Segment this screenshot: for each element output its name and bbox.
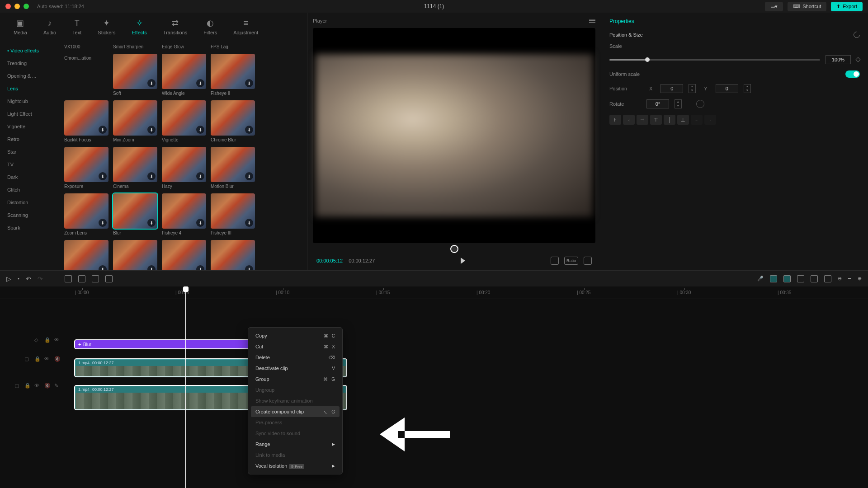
x-stepper[interactable]: ▴▾ [689, 84, 696, 93]
split-icon[interactable] [65, 275, 72, 282]
download-icon[interactable]: ⬇ [245, 172, 253, 180]
menu-cut[interactable]: Cut⌘X [251, 341, 340, 352]
uniform-scale-toggle[interactable] [845, 70, 860, 78]
tab-audio[interactable]: ♪Audio [35, 17, 64, 37]
rotate-stepper[interactable]: ▴▾ [675, 99, 682, 108]
effect-chrome-blur[interactable]: ⬇Chrome Blur [211, 100, 255, 142]
download-icon[interactable]: ⬇ [196, 265, 204, 270]
zoom-fit-icon[interactable]: ⊕ [858, 276, 862, 282]
y-stepper[interactable]: ▴▾ [744, 84, 751, 93]
download-icon[interactable]: ⬇ [99, 172, 107, 180]
effect-hazy[interactable]: ⬇Hazy [162, 147, 206, 189]
track-visibility-icon[interactable]: 👁 [34, 383, 41, 389]
menu-copy[interactable]: Copy⌘C [251, 330, 340, 341]
tool-icon-1[interactable] [811, 275, 818, 282]
reset-icon[interactable] [852, 30, 861, 39]
menu-create-compound[interactable]: Create compound clip⌥G [251, 406, 340, 417]
layout-button[interactable]: ▭▾ [765, 2, 783, 11]
category-vignette[interactable]: Vignette [0, 120, 59, 133]
selection-tool-icon[interactable]: ▷ [6, 275, 11, 282]
effect-fisheye-ii[interactable]: ⬇Fisheye II [211, 54, 255, 96]
download-icon[interactable]: ⬇ [147, 126, 156, 134]
download-icon[interactable]: ⬇ [196, 79, 204, 87]
keyframe-icon[interactable] [855, 57, 860, 62]
category-scanning[interactable]: Scanning [0, 209, 59, 221]
tab-filters[interactable]: ◐Filters [195, 16, 225, 37]
download-icon[interactable]: ⬇ [99, 219, 107, 227]
menu-range[interactable]: Range▶ [251, 439, 340, 450]
position-x-input[interactable]: 0 [660, 84, 683, 93]
tab-transitions[interactable]: ⇄Transitions [155, 16, 195, 37]
tool-dropdown-icon[interactable]: ▾ [18, 277, 19, 281]
transform-handle-icon[interactable] [450, 245, 458, 253]
redo-icon[interactable]: ↷ [38, 275, 43, 282]
category-lens[interactable]: Lens [0, 82, 59, 95]
menu-vocal-isolation[interactable]: Vocal isolation⊘ Free▶ [251, 460, 340, 471]
category-tv[interactable]: TV [0, 158, 59, 171]
play-button[interactable] [461, 258, 465, 264]
link-icon[interactable] [783, 275, 791, 282]
effect-fisheye-4[interactable]: ⬇Fisheye 4 [162, 193, 206, 235]
effect-backlit-focus[interactable]: ⬇Backlit Focus [64, 100, 108, 142]
delete-icon[interactable] [105, 275, 113, 282]
effect-fisheye[interactable]: ⬇Fisheye [64, 240, 108, 270]
category-opening------[interactable]: Opening & ... [0, 70, 59, 82]
tab-adjustment[interactable]: ≡Adjustment [225, 17, 266, 37]
category-spark[interactable]: Spark [0, 221, 59, 234]
track-mute-icon[interactable]: 🔇 [44, 383, 51, 389]
tab-text[interactable]: TText [64, 17, 90, 37]
ratio-button[interactable]: Ratio [564, 257, 578, 265]
track-visibility-icon[interactable]: 👁 [54, 337, 61, 343]
download-icon[interactable]: ⬇ [245, 79, 253, 87]
effect-fisheye-iii[interactable]: ⬇Fisheye III [211, 193, 255, 235]
effect-blink[interactable]: ⬇Blink [162, 240, 206, 270]
scale-slider[interactable] [609, 59, 820, 61]
effect-motion-blur[interactable]: ⬇Motion Blur [211, 147, 255, 189]
track-mute-icon[interactable]: 🔇 [54, 356, 61, 362]
minimize-window[interactable] [14, 4, 20, 9]
download-icon[interactable]: ⬇ [196, 172, 204, 180]
category-distortion[interactable]: Distortion [0, 196, 59, 209]
category-dark[interactable]: Dark [0, 171, 59, 183]
track-expand-icon[interactable]: ▢ [24, 356, 31, 362]
tab-effects[interactable]: ✧Effects [123, 16, 155, 37]
track-lock-icon[interactable]: 🔒 [24, 383, 31, 389]
rotate-dial-icon[interactable] [696, 100, 704, 108]
effect-vignette[interactable]: ⬇Vignette [162, 100, 206, 142]
fullscreen-icon[interactable] [584, 257, 592, 265]
download-icon[interactable]: ⬇ [245, 265, 253, 270]
menu-deactivate[interactable]: Deactivate clipV [251, 363, 340, 374]
align-top-icon[interactable]: ⊤ [650, 115, 662, 125]
effect-cinema[interactable]: ⬇Cinema [113, 147, 157, 189]
align-right-icon[interactable]: ⊣ [637, 115, 648, 125]
effect-mirror[interactable]: ⬇Mirror [113, 240, 157, 270]
download-icon[interactable]: ⬇ [99, 126, 107, 134]
effect-soft[interactable]: ⬇Soft [113, 54, 157, 96]
download-icon[interactable]: ⬇ [147, 172, 156, 180]
mic-icon[interactable]: 🎤 [757, 276, 764, 282]
effect-exposure[interactable]: ⬇Exposure [64, 147, 108, 189]
download-icon[interactable]: ⬇ [196, 219, 204, 227]
tab-media[interactable]: ▣Media [5, 16, 35, 37]
playhead[interactable] [185, 286, 186, 488]
track-expand-icon[interactable]: ▢ [14, 383, 21, 389]
effect-mini-zoom[interactable]: ⬇Mini Zoom [113, 100, 157, 142]
category-retro[interactable]: Retro [0, 133, 59, 145]
track-lock-icon[interactable]: 🔒 [34, 356, 41, 362]
align-center-v-icon[interactable]: ┼ [664, 115, 675, 125]
track-visibility-icon[interactable]: 👁 [44, 356, 51, 362]
download-icon[interactable]: ⬇ [245, 126, 253, 134]
effect-blur[interactable]: ⬇Blur [113, 193, 157, 235]
position-y-input[interactable]: 0 [716, 84, 738, 93]
category-nightclub[interactable]: Nightclub [0, 95, 59, 108]
maximize-window[interactable] [24, 4, 29, 9]
rotate-input[interactable]: 0° [646, 99, 669, 108]
zoom-slider[interactable]: ━ [848, 276, 851, 282]
effect-zoom-lens[interactable]: ⬇Zoom Lens [64, 193, 108, 235]
category-star[interactable]: Star [0, 145, 59, 158]
shortcut-button[interactable]: ⌨ Shortcut [788, 2, 826, 11]
download-icon[interactable]: ⬇ [147, 219, 156, 227]
download-icon[interactable]: ⬇ [196, 126, 204, 134]
preview-icon[interactable] [797, 275, 804, 282]
download-icon[interactable]: ⬇ [147, 265, 156, 270]
